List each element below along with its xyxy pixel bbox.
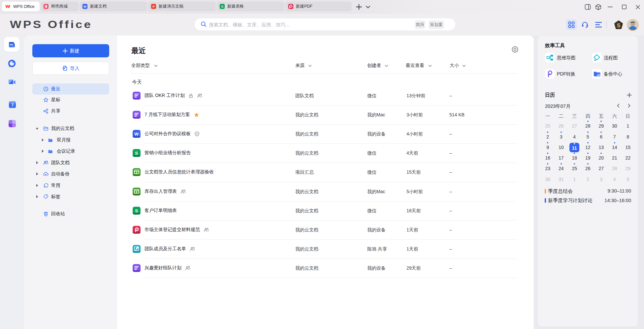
svg-text:P: P — [152, 5, 154, 8]
svg-text:W: W — [83, 5, 86, 8]
svg-text:S: S — [221, 5, 223, 8]
svg-text:S: S — [135, 151, 138, 156]
svg-text:W: W — [134, 132, 139, 136]
svg-text:S: S — [135, 208, 138, 213]
svg-text:7: 7 — [12, 103, 14, 107]
svg-text:S: S — [617, 23, 621, 28]
